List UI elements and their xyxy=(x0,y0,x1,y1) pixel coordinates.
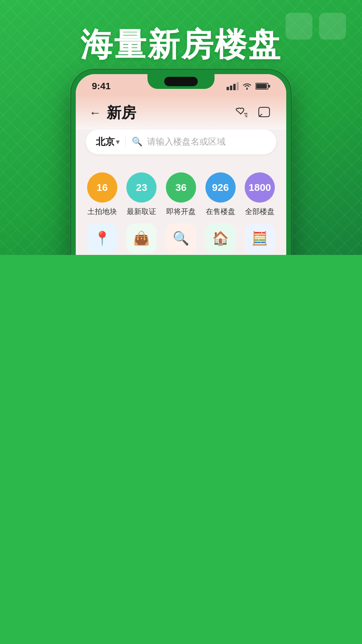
app-header: ← 新房 xyxy=(76,95,286,129)
icon-grid: 📍 地图找房 👜 找经纪人 🔍 找现房 🏠 小户型 🧮 房贷计算 xyxy=(76,220,286,255)
category-badge-1: 23 xyxy=(126,172,157,203)
svg-rect-6 xyxy=(256,84,267,89)
category-label-4: 全部楼盘 xyxy=(245,207,275,217)
search-input[interactable]: 请输入楼盘名或区域 xyxy=(147,136,266,148)
category-badge-0: 16 xyxy=(87,172,117,203)
hero-section: 海量新房楼盘 提供全面、准确、新鲜的信息 9:41 xyxy=(0,0,362,255)
icon-item-2[interactable]: 🔍 找现房 xyxy=(161,223,201,255)
wifi-icon xyxy=(242,82,252,90)
phone-screen: 9:41 xyxy=(76,74,286,255)
phone-wrapper: 9:41 xyxy=(0,69,362,255)
category-item-1[interactable]: 23 最新取证 xyxy=(122,172,162,217)
icon-circle-2: 🔍 xyxy=(166,223,196,254)
icon-item-4[interactable]: 🧮 房贷计算 xyxy=(240,223,280,255)
page-title: 新房 xyxy=(107,103,136,123)
category-item-0[interactable]: 16 土拍地块 xyxy=(82,172,122,217)
city-dropdown-icon: ▾ xyxy=(116,138,119,146)
category-label-0: 土拍地块 xyxy=(87,207,117,217)
search-bar[interactable]: 北京 ▾ 🔍 请输入楼盘名或区域 xyxy=(86,129,276,154)
category-item-3[interactable]: 926 在售楼盘 xyxy=(201,172,240,217)
header-right xyxy=(231,104,273,121)
message-icon xyxy=(258,107,270,119)
category-badge-4: 1800 xyxy=(245,172,275,203)
deco-squares xyxy=(283,10,349,44)
category-item-4[interactable]: 1800 全部楼盘 xyxy=(240,172,280,217)
icon-item-3[interactable]: 🏠 小户型 xyxy=(201,223,240,255)
icon-circle-4: 🧮 xyxy=(245,223,275,254)
header-left: ← 新房 xyxy=(89,103,136,123)
category-grid: 16 土拍地块 23 最新取证 36 即将开盘 926 在售楼盘 1800 全部… xyxy=(76,162,286,220)
svg-rect-3 xyxy=(237,82,239,90)
status-icons xyxy=(227,82,270,90)
icon-circle-3: 🏠 xyxy=(205,223,236,254)
svg-rect-2 xyxy=(233,84,236,90)
svg-rect-0 xyxy=(227,87,229,90)
category-label-3: 在售楼盘 xyxy=(206,207,235,217)
favorite-filter-button[interactable] xyxy=(231,104,249,121)
icon-item-0[interactable]: 📍 地图找房 xyxy=(82,223,122,255)
heart-filter-icon xyxy=(233,107,247,119)
category-badge-2: 36 xyxy=(166,172,196,203)
back-button[interactable]: ← xyxy=(89,106,101,120)
deco-square-2 xyxy=(319,13,346,40)
hero-title: 海量新房楼盘 xyxy=(80,27,282,62)
page-bottom xyxy=(0,255,362,309)
category-label-1: 最新取证 xyxy=(127,207,156,217)
city-selector[interactable]: 北京 ▾ xyxy=(96,136,119,148)
svg-rect-7 xyxy=(268,85,270,88)
message-button[interactable] xyxy=(255,104,273,121)
battery-icon xyxy=(255,82,270,90)
deco-square-1 xyxy=(286,13,312,40)
signal-icon xyxy=(227,82,239,90)
phone-notch xyxy=(147,74,215,89)
icon-circle-0: 📍 xyxy=(87,223,117,254)
city-name: 北京 xyxy=(96,136,115,148)
icon-item-1[interactable]: 👜 找经纪人 xyxy=(122,223,162,255)
status-time: 9:41 xyxy=(92,81,111,92)
phone-frame: 9:41 xyxy=(70,69,292,255)
icon-circle-1: 👜 xyxy=(126,223,157,254)
category-item-2[interactable]: 36 即将开盘 xyxy=(161,172,201,217)
svg-point-4 xyxy=(246,88,248,90)
svg-rect-1 xyxy=(230,86,232,90)
notch-inner xyxy=(164,77,198,86)
category-badge-3: 926 xyxy=(205,172,236,203)
search-divider xyxy=(125,137,126,147)
search-icon: 🔍 xyxy=(132,137,142,147)
category-label-2: 即将开盘 xyxy=(166,207,196,217)
